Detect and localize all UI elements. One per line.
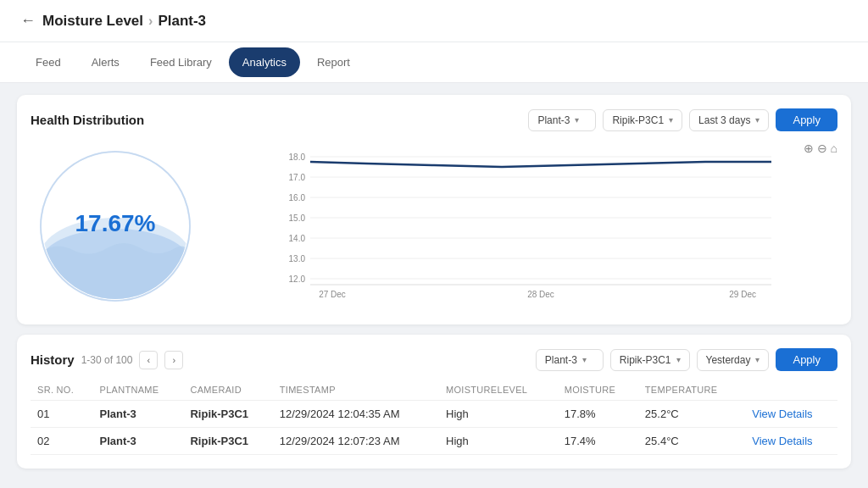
cell-plant: Plant-3 [93,428,184,455]
health-controls: Plant-3 ▾ Ripik-P3C1 ▾ Last 3 days ▾ App… [528,108,837,131]
cell-sr: 01 [31,401,93,428]
svg-text:13.0: 13.0 [289,254,306,263]
health-distribution-card: Health Distribution Plant-3 ▾ Ripik-P3C1… [17,95,851,324]
cell-plant: Plant-3 [93,401,184,428]
gauge-value: 17.67% [75,210,156,237]
svg-text:14.0: 14.0 [289,234,306,243]
cell-temperature: 25.2°C [638,401,745,428]
tab-alerts[interactable]: Alerts [78,47,133,77]
history-title: History [31,352,75,367]
svg-text:28 Dec: 28 Dec [527,290,554,299]
history-time-dropdown[interactable]: Yesterday ▾ [697,349,770,371]
col-sr: SR. NO. [31,380,93,401]
chevron-down-icon: ▾ [676,355,681,364]
cell-moisture-level: High [439,428,558,455]
cell-sr: 02 [31,428,93,455]
cell-timestamp: 12/29/2024 12:07:23 AM [273,428,439,455]
zoom-out-icon[interactable]: ⊖ [817,141,827,155]
pagination-prev-button[interactable]: ‹ [139,351,158,369]
breadcrumb-plant: Plant-3 [158,13,206,30]
svg-text:18.0: 18.0 [289,152,306,162]
svg-text:29 Dec: 29 Dec [729,290,756,299]
health-apply-button[interactable]: Apply [776,108,837,131]
table-header-row: SR. NO. PLANTNAME CAMERAID TIMESTAMP MOI… [31,380,837,401]
history-plant-dropdown[interactable]: Plant-3 ▾ [536,349,604,371]
view-details-link[interactable]: View Details [752,408,812,420]
home-icon[interactable]: ⌂ [831,141,837,155]
history-title-row: History 1-30 of 100 ‹ › [31,351,183,369]
history-camera-dropdown[interactable]: Ripik-P3C1 ▾ [610,349,690,371]
cell-camera: Ripik-P3C1 [183,428,272,455]
zoom-in-icon[interactable]: ⊕ [804,141,814,155]
back-button[interactable]: ← [20,12,36,30]
chevron-down-icon: ▾ [669,115,673,125]
health-card-header: Health Distribution Plant-3 ▾ Ripik-P3C1… [31,108,837,131]
main-content: Health Distribution Plant-3 ▾ Ripik-P3C1… [0,83,868,488]
health-card-title: Health Distribution [31,113,144,127]
chart-area: ⊕ ⊖ ⌂ 18.0 17.0 16.0 15.0 14.0 13.0 12.0 [217,141,837,311]
col-moisturelevel: MOISTURELEVEL [439,380,558,401]
health-time-dropdown[interactable]: Last 3 days ▾ [689,109,769,131]
table-row: 02 Plant-3 Ripik-P3C1 12/29/2024 12:07:2… [31,428,837,455]
history-table: SR. NO. PLANTNAME CAMERAID TIMESTAMP MOI… [31,380,837,455]
history-table-container: SR. NO. PLANTNAME CAMERAID TIMESTAMP MOI… [31,380,837,455]
chevron-down-icon: ▾ [755,115,760,125]
nav-tabs: Feed Alerts Feed Library Analytics Repor… [0,42,868,83]
tab-analytics[interactable]: Analytics [229,47,300,77]
col-timestamp: TIMESTAMP [273,380,439,401]
breadcrumb-moisture[interactable]: Moisture Level [42,13,143,30]
cell-moisture: 17.8% [558,401,638,428]
history-card: History 1-30 of 100 ‹ › Plant-3 ▾ Ripik-… [17,335,851,469]
col-temperature: TEMPERATURE [638,380,745,401]
tab-feed-library[interactable]: Feed Library [136,47,225,77]
col-cameraid: CAMERAID [183,380,272,401]
svg-text:27 Dec: 27 Dec [319,290,346,299]
health-plant-dropdown[interactable]: Plant-3 ▾ [528,109,596,131]
history-apply-button[interactable]: Apply [776,348,837,371]
breadcrumb: Moisture Level › Plant-3 [42,13,206,30]
header: ← Moisture Level › Plant-3 [0,0,868,42]
col-action [745,380,837,401]
pagination-next-button[interactable]: › [164,351,183,369]
col-plantname: PLANTNAME [93,380,184,401]
cell-camera: Ripik-P3C1 [183,401,272,428]
chevron-down-icon: ▾ [582,355,587,364]
svg-text:17.0: 17.0 [289,173,306,182]
chevron-down-icon: ▾ [575,115,579,125]
col-moisture: MOISTURE [558,380,638,401]
history-controls: Plant-3 ▾ Ripik-P3C1 ▾ Yesterday ▾ Apply [536,348,837,371]
breadcrumb-separator: › [148,14,153,29]
gauge-container: 17.67% [31,141,200,311]
history-count: 1-30 of 100 [81,354,133,366]
view-details-link[interactable]: View Details [752,435,812,447]
svg-text:15.0: 15.0 [289,214,306,223]
health-body: 17.67% ⊕ ⊖ ⌂ 18.0 17.0 16.0 15.0 14.0 13… [31,141,837,311]
tab-report[interactable]: Report [303,47,364,77]
chart-toolbar: ⊕ ⊖ ⌂ [804,141,837,155]
cell-moisture-level: High [439,401,558,428]
tab-feed[interactable]: Feed [22,47,75,77]
cell-timestamp: 12/29/2024 12:04:35 AM [273,401,439,428]
health-camera-dropdown[interactable]: Ripik-P3C1 ▾ [603,109,682,131]
cell-temperature: 25.4°C [638,428,745,455]
line-chart-svg: 18.0 17.0 16.0 15.0 14.0 13.0 12.0 [217,145,837,310]
svg-text:12.0: 12.0 [289,274,306,284]
history-header: History 1-30 of 100 ‹ › Plant-3 ▾ Ripik-… [31,348,837,371]
chevron-down-icon: ▾ [755,355,760,364]
table-row: 01 Plant-3 Ripik-P3C1 12/29/2024 12:04:3… [31,401,837,428]
svg-text:16.0: 16.0 [289,193,306,202]
cell-moisture: 17.4% [558,428,638,455]
